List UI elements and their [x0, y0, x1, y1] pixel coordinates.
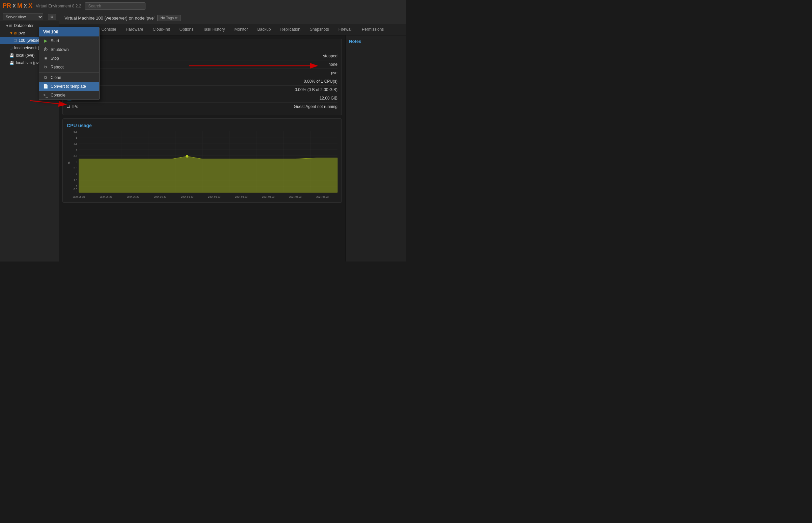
logo-prox: PR — [3, 2, 11, 10]
network-icon: ⊞ — [10, 46, 13, 50]
sidebar-item-label: local (pve) — [16, 53, 34, 58]
stop-icon: ■ — [43, 56, 48, 61]
svg-text:5.5: 5.5 — [74, 131, 77, 133]
svg-text:4.5: 4.5 — [74, 142, 77, 146]
context-menu-header: VM 100 — [39, 27, 99, 36]
storage-icon: 💾 — [10, 53, 14, 58]
svg-text:2024-06-23: 2024-06-23 — [262, 195, 274, 198]
tab-options[interactable]: Options — [175, 24, 198, 35]
svg-text:2: 2 — [76, 173, 78, 176]
svg-text:2024-06-23: 2024-06-23 — [127, 195, 139, 198]
content-panels: webserver ℹ Status stopped ❤ HA State — [59, 35, 406, 262]
reboot-icon: ↻ — [43, 65, 48, 70]
svg-text:2024-06-23: 2024-06-23 — [235, 195, 247, 198]
svg-text:2.5: 2.5 — [74, 166, 77, 170]
ips-label: ⇄ IPs — [67, 104, 121, 109]
tab-permissions[interactable]: Permissions — [357, 24, 389, 35]
svg-text:%: % — [67, 162, 70, 164]
bootdisk-value: 12.00 GiB — [121, 96, 338, 101]
info-row-status: ℹ Status stopped — [67, 52, 338, 60]
tab-hardware[interactable]: Hardware — [121, 24, 148, 35]
cpu-chart-svg: 5.5 5 4.5 4 3.5 3 2.5 2 1.5 1 0.5 0 — [67, 131, 338, 198]
vm-titlebar: Virtual Machine 100 (webserver) on node … — [59, 12, 406, 24]
ips-value: Guest Agent not running — [121, 104, 338, 109]
svg-text:2024-06-23: 2024-06-23 — [289, 195, 301, 198]
info-row-memory: ▦ Memory usage 0.00% (0 B of 2.00 GiB) — [67, 86, 338, 94]
svg-text:2024-06-23: 2024-06-23 — [154, 195, 166, 198]
context-menu: VM 100 ▶ Start ⏻ Shutdown ■ Stop ↻ Reboo… — [39, 27, 100, 100]
context-menu-console[interactable]: >_ Console — [39, 91, 99, 100]
hastate-value: none — [121, 62, 338, 67]
menu-separator-1 — [39, 72, 99, 73]
app-version: Virtual Environment 8.2.2 — [36, 4, 81, 8]
cpu-chart-card: CPU usage 5.5 5 — [62, 119, 342, 203]
svg-text:1.5: 1.5 — [74, 179, 77, 182]
svg-marker-14 — [79, 156, 338, 192]
svg-text:2024-06-23: 2024-06-23 — [73, 195, 85, 198]
datacenter-icon: ▼⊞ — [5, 24, 12, 28]
context-menu-clone[interactable]: ⧉ Clone — [39, 73, 99, 82]
context-menu-convert[interactable]: 📄 Convert to template — [39, 82, 99, 91]
info-row-bootdisk: 💾 Bootdisk size 12.00 GiB — [67, 94, 338, 103]
context-menu-start[interactable]: ▶ Start — [39, 36, 99, 45]
svg-text:2024-06-23: 2024-06-23 — [100, 195, 112, 198]
tab-backup[interactable]: Backup — [253, 24, 276, 35]
server-view-select[interactable]: Server View Folder View — [3, 14, 43, 20]
node-value: pve — [121, 71, 338, 75]
console-icon: >_ — [43, 93, 48, 97]
vm-title: Virtual Machine 100 (webserver) on node … — [65, 16, 155, 21]
ips-icon: ⇄ — [67, 104, 70, 109]
svg-text:2024-06-23: 2024-06-23 — [208, 195, 220, 198]
vm-info-card: webserver ℹ Status stopped ❤ HA State — [62, 39, 342, 115]
context-menu-shutdown[interactable]: ⏻ Shutdown — [39, 45, 99, 54]
info-row-node: ☐ Node pve — [67, 69, 338, 77]
context-menu-reboot[interactable]: ↻ Reboot — [39, 63, 99, 72]
tab-cloudinit[interactable]: Cloud-Init — [148, 24, 175, 35]
sidebar-item-label: local-lvm (pve) — [16, 60, 42, 65]
sidebar-item-label: Datacenter — [14, 23, 34, 28]
sidebar-header: Server View Folder View ⚙ — [0, 12, 59, 22]
logo: PR☓M☓X — [3, 2, 32, 10]
svg-text:2024-06-23: 2024-06-23 — [181, 195, 193, 198]
svg-text:3.5: 3.5 — [74, 154, 77, 158]
start-icon: ▶ — [43, 38, 48, 43]
tab-taskhistory[interactable]: Task History — [198, 24, 230, 35]
vm-icon: ☐ — [14, 38, 17, 43]
svg-text:4: 4 — [76, 148, 78, 152]
chart-container: 5.5 5 4.5 4 3.5 3 2.5 2 1.5 1 0.5 0 — [67, 131, 338, 198]
sidebar-item-label: pve — [19, 31, 25, 35]
tab-nav: ≡ Summary > Console Hardware Cloud-Init … — [59, 24, 406, 35]
no-tags-button[interactable]: No Tags ✏ — [157, 15, 181, 21]
lvm-icon: 💾 — [10, 61, 14, 65]
pve-icon: ▼🖥 — [10, 31, 17, 35]
convert-icon: 📄 — [43, 84, 48, 89]
search-input[interactable] — [85, 2, 145, 10]
center-panel: webserver ℹ Status stopped ❤ HA State — [59, 35, 345, 262]
content-area: Virtual Machine 100 (webserver) on node … — [59, 12, 406, 262]
svg-text:5: 5 — [76, 136, 78, 140]
info-row-cpu: ⚙ CPU usage 0.00% of 1 CPU(s) — [67, 77, 338, 86]
tab-snapshots[interactable]: Snapshots — [305, 24, 334, 35]
cpu-value: 0.00% of 1 CPU(s) — [121, 79, 338, 84]
sidebar-gear-button[interactable]: ⚙ — [48, 14, 56, 20]
info-row-ips: ⇄ IPs Guest Agent not running — [67, 103, 338, 111]
svg-point-15 — [186, 155, 188, 158]
tab-replication[interactable]: Replication — [276, 24, 305, 35]
info-row-hastate: ❤ HA State none — [67, 60, 338, 69]
topbar: PR☓M☓X Virtual Environment 8.2.2 — [0, 0, 406, 12]
clone-icon: ⧉ — [43, 75, 48, 80]
shutdown-icon: ⏻ — [43, 47, 48, 52]
svg-text:3: 3 — [76, 160, 78, 164]
svg-text:2024-06-23: 2024-06-23 — [316, 195, 328, 198]
chart-title: CPU usage — [67, 123, 338, 128]
vm-info-title: webserver — [67, 43, 338, 49]
notes-title: Notes — [349, 39, 403, 44]
status-value: stopped — [121, 54, 338, 58]
svg-text:0: 0 — [76, 190, 78, 194]
context-menu-stop[interactable]: ■ Stop — [39, 54, 99, 63]
memory-value: 0.00% (0 B of 2.00 GiB) — [121, 87, 338, 92]
tab-monitor[interactable]: Monitor — [230, 24, 253, 35]
right-panel: Notes — [345, 35, 406, 262]
tab-firewall[interactable]: Firewall — [334, 24, 357, 35]
